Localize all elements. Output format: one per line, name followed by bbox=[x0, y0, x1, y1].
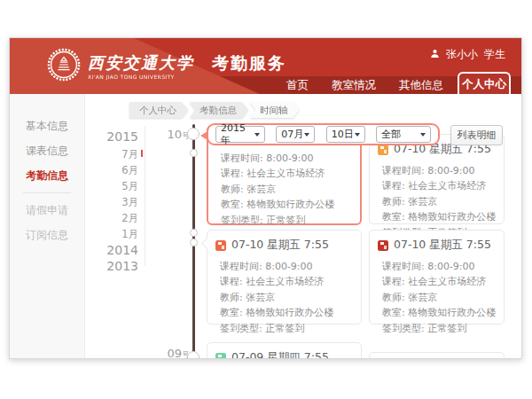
attendance-card[interactable]: 07-10 星期五 7:55 课程时间: 8:00-9:00 课程: 社会主义市… bbox=[207, 230, 362, 325]
card-field-classroom: 教室: 格物致知行政办公楼 bbox=[382, 305, 504, 320]
attendance-card[interactable]: 07-09 星期四 7:55 bbox=[207, 342, 362, 359]
user-icon bbox=[430, 49, 440, 61]
sidebar-item-leave-request[interactable]: 请假申请 bbox=[10, 198, 84, 223]
user-role: 学生 bbox=[484, 47, 505, 62]
timeline-scale-may[interactable]: 5月 bbox=[85, 180, 138, 193]
card-fields: 课程时间: 8:00-9:00 课程: 社会主义市场经济 教师: 张芸京 教室:… bbox=[207, 255, 361, 336]
card-fields: 课程时间: 8:00-9:00 课程: 社会主义市场经济 教师: 张芸京 教室:… bbox=[370, 160, 504, 240]
scale-divider bbox=[145, 126, 145, 266]
card-header: 07-09 星期四 7:55 bbox=[207, 343, 361, 359]
breadcrumb: 个人中心 考勤信息 时间轴 bbox=[129, 100, 301, 118]
main-nav: 首页 教室情况 其他信息 bbox=[286, 76, 443, 94]
app-body: 基本信息 课表信息 考勤信息 请假申请 订阅信息 个人中心 考勤信息 时间轴 2… bbox=[10, 94, 521, 358]
sidebar: 基本信息 课表信息 考勤信息 请假申请 订阅信息 bbox=[10, 94, 85, 358]
attendance-card[interactable]: 07-10 星期五 7:55 课程时间: 8:00-9:00 课程: 社会主义市… bbox=[369, 134, 505, 224]
attendance-app-window: 西安交通大学 XI'AN JIAO TONG UNIVERSITY 考勤服务 张… bbox=[9, 37, 522, 359]
calendar-event-icon bbox=[378, 240, 388, 251]
app-title: 考勤服务 bbox=[212, 52, 286, 75]
card-field-course: 课程: 社会主义市场经济 bbox=[382, 274, 504, 289]
sidebar-item-basic-info[interactable]: 基本信息 bbox=[10, 113, 84, 138]
chevron-down-icon bbox=[355, 133, 360, 137]
timeline-scale-jul[interactable]: 7月 bbox=[85, 148, 138, 161]
card-field-course: 课程: 社会主义市场经济 bbox=[221, 166, 360, 181]
card-field-signin-type: 签到类型: 正常签到 bbox=[382, 321, 504, 336]
year-select[interactable]: 2015年 bbox=[215, 126, 265, 143]
university-emblem-icon bbox=[47, 48, 81, 85]
breadcrumb-personal-center[interactable]: 个人中心 bbox=[129, 102, 188, 118]
timeline-node[interactable] bbox=[187, 128, 200, 140]
card-date: 07-10 星期五 7:55 bbox=[394, 238, 491, 253]
university-name-en: XI'AN JIAO TONG UNIVERSITY bbox=[88, 74, 194, 80]
calendar-event-icon bbox=[378, 145, 388, 155]
calendar-event-icon bbox=[215, 353, 226, 360]
list-detail-button[interactable]: 列表明细 bbox=[450, 125, 503, 145]
card-field-classroom: 教室: 格物致知行政办公楼 bbox=[220, 305, 361, 320]
current-month-marker bbox=[141, 150, 143, 157]
card-field-signin-type: 签到类型: 正常签到 bbox=[221, 213, 360, 228]
card-date: 07-10 星期五 7:55 bbox=[231, 238, 329, 253]
card-field-classroom: 教室: 格物致知行政办公楼 bbox=[221, 197, 360, 212]
university-name: 西安交通大学 XI'AN JIAO TONG UNIVERSITY bbox=[88, 54, 194, 80]
chevron-down-icon bbox=[254, 133, 260, 137]
user-info[interactable]: 张小小 学生 bbox=[427, 47, 505, 62]
timeline-node[interactable] bbox=[190, 229, 198, 237]
card-field-classroom: 教室: 格物致知行政办公楼 bbox=[382, 209, 504, 224]
card-field-teacher: 教师: 张芸京 bbox=[382, 194, 504, 209]
type-select[interactable]: 全部 bbox=[376, 126, 431, 143]
card-field-signin-type: 签到类型: 正常签到 bbox=[220, 321, 361, 336]
filter-bar-pointer bbox=[200, 131, 207, 140]
timeline-node[interactable] bbox=[190, 239, 198, 246]
card-field-course-time: 课程时间: 8:00-9:00 bbox=[221, 151, 360, 166]
card-field-course-time: 课程时间: 8:00-9:00 bbox=[220, 259, 361, 274]
timeline-node[interactable] bbox=[187, 351, 200, 359]
card-field-course-time: 课程时间: 8:00-9:00 bbox=[382, 259, 504, 274]
nav-tab-personal-center[interactable]: 个人中心 bbox=[458, 72, 511, 94]
filter-bar: 2015年 07月 10日 全部 bbox=[207, 123, 440, 145]
sidebar-divider bbox=[23, 192, 71, 193]
chevron-down-icon bbox=[304, 133, 309, 137]
card-header: 07-10 星期五 7:55 bbox=[207, 231, 361, 255]
card-field-teacher: 教师: 张芸京 bbox=[221, 182, 360, 197]
card-field-course: 课程: 社会主义市场经济 bbox=[220, 274, 361, 289]
month-select[interactable]: 07月 bbox=[276, 126, 315, 143]
card-field-course-time: 课程时间: 8:00-9:00 bbox=[382, 163, 504, 178]
university-logo: 西安交通大学 XI'AN JIAO TONG UNIVERSITY bbox=[47, 48, 194, 85]
main-content: 个人中心 考勤信息 时间轴 2015 7月 6月 5月 3月 2月 1月 201… bbox=[85, 94, 521, 358]
timeline-scale-feb[interactable]: 2月 bbox=[85, 212, 138, 225]
card-header: 07-10 星期五 7:55 bbox=[370, 231, 504, 255]
nav-item-other-info[interactable]: 其他信息 bbox=[399, 78, 443, 93]
timeline-scale-jan[interactable]: 1月 bbox=[85, 228, 138, 241]
sidebar-item-subscription[interactable]: 订阅信息 bbox=[10, 223, 84, 247]
attendance-card[interactable]: 07-10 星期五 7:55 课程时间: 8:00-9:00 课程: 社会主义市… bbox=[369, 230, 505, 325]
timeline-scale-2013[interactable]: 2013 bbox=[85, 259, 138, 273]
timeline-scale-2015[interactable]: 2015 bbox=[85, 129, 138, 144]
card-field-course: 课程: 社会主义市场经济 bbox=[382, 178, 504, 193]
card-field-teacher: 教师: 张芸京 bbox=[220, 290, 361, 305]
app-header: 西安交通大学 XI'AN JIAO TONG UNIVERSITY 考勤服务 张… bbox=[10, 38, 521, 94]
attendance-card[interactable] bbox=[369, 352, 505, 359]
university-name-cn: 西安交通大学 bbox=[88, 54, 194, 72]
sidebar-item-attendance[interactable]: 考勤信息 bbox=[10, 163, 84, 188]
nav-item-home[interactable]: 首页 bbox=[286, 78, 309, 93]
user-name: 张小小 bbox=[446, 47, 478, 62]
timeline-scale-2014[interactable]: 2014 bbox=[85, 243, 138, 257]
page-background: 西安交通大学 XI'AN JIAO TONG UNIVERSITY 考勤服务 张… bbox=[0, 0, 532, 399]
timeline-node[interactable] bbox=[190, 149, 198, 157]
breadcrumb-attendance[interactable]: 考勤信息 bbox=[190, 102, 248, 118]
card-date: 07-09 星期四 7:55 bbox=[231, 350, 329, 359]
calendar-event-icon bbox=[215, 240, 226, 251]
day-select[interactable]: 10日 bbox=[326, 126, 365, 143]
nav-item-classrooms[interactable]: 教室情况 bbox=[332, 78, 376, 93]
breadcrumb-timeline[interactable]: 时间轴 bbox=[250, 102, 300, 118]
chevron-down-icon bbox=[420, 133, 426, 137]
card-fields: 课程时间: 8:00-9:00 课程: 社会主义市场经济 教师: 张芸京 教室:… bbox=[370, 255, 504, 336]
sidebar-item-timetable[interactable]: 课表信息 bbox=[10, 138, 84, 163]
card-field-teacher: 教师: 张芸京 bbox=[382, 290, 504, 305]
timeline-scale-jun[interactable]: 6月 bbox=[85, 164, 138, 177]
day-label-09[interactable]: 09号 bbox=[160, 347, 190, 359]
day-label-10[interactable]: 10号 bbox=[160, 128, 190, 142]
timeline-scale-mar[interactable]: 3月 bbox=[85, 196, 138, 209]
